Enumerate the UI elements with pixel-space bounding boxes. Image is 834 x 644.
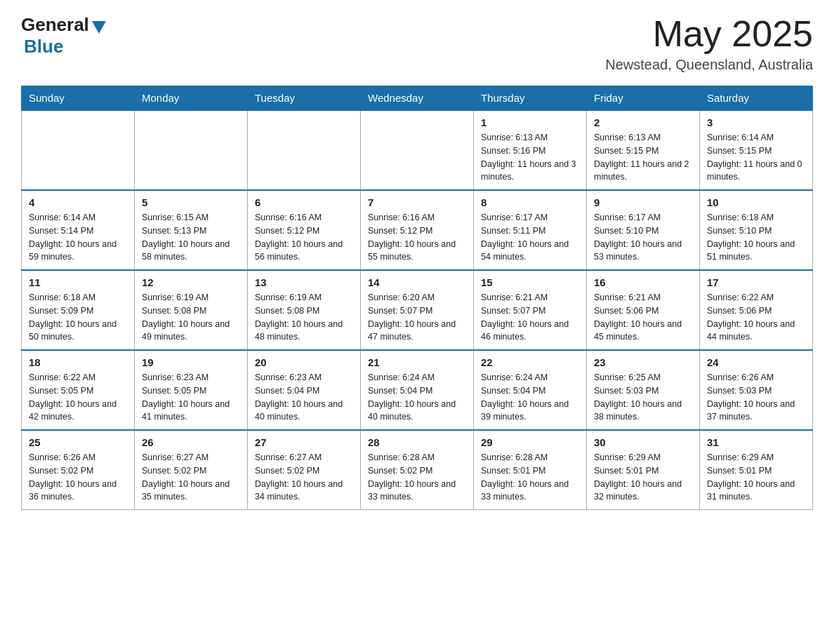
calendar-cell-4-3: 20Sunrise: 6:23 AM Sunset: 5:04 PM Dayli… [248, 350, 361, 430]
calendar-cell-5-1: 25Sunrise: 6:26 AM Sunset: 5:02 PM Dayli… [22, 430, 135, 510]
day-info: Sunrise: 6:20 AM Sunset: 5:07 PM Dayligh… [368, 291, 466, 344]
page-header: General Blue May 2025 Newstead, Queensla… [21, 14, 813, 73]
calendar-cell-2-1: 4Sunrise: 6:14 AM Sunset: 5:14 PM Daylig… [22, 190, 135, 270]
calendar-table: SundayMondayTuesdayWednesdayThursdayFrid… [21, 86, 813, 510]
calendar-cell-3-5: 15Sunrise: 6:21 AM Sunset: 5:07 PM Dayli… [474, 270, 587, 350]
calendar-cell-5-7: 31Sunrise: 6:29 AM Sunset: 5:01 PM Dayli… [700, 430, 813, 510]
calendar-cell-5-6: 30Sunrise: 6:29 AM Sunset: 5:01 PM Dayli… [587, 430, 700, 510]
day-info: Sunrise: 6:26 AM Sunset: 5:03 PM Dayligh… [707, 371, 805, 424]
day-info: Sunrise: 6:22 AM Sunset: 5:05 PM Dayligh… [29, 371, 127, 424]
calendar-cell-2-3: 6Sunrise: 6:16 AM Sunset: 5:12 PM Daylig… [248, 190, 361, 270]
calendar-cell-2-4: 7Sunrise: 6:16 AM Sunset: 5:12 PM Daylig… [361, 190, 474, 270]
calendar-cell-1-5: 1Sunrise: 6:13 AM Sunset: 5:16 PM Daylig… [474, 110, 587, 190]
day-number: 18 [29, 356, 127, 368]
location-subtitle: Newstead, Queensland, Australia [605, 57, 813, 73]
day-info: Sunrise: 6:17 AM Sunset: 5:11 PM Dayligh… [481, 211, 579, 264]
day-info: Sunrise: 6:26 AM Sunset: 5:02 PM Dayligh… [29, 451, 127, 504]
day-number: 2 [594, 116, 692, 128]
day-info: Sunrise: 6:13 AM Sunset: 5:15 PM Dayligh… [594, 131, 692, 184]
calendar-week-row-4: 18Sunrise: 6:22 AM Sunset: 5:05 PM Dayli… [22, 350, 813, 430]
day-info: Sunrise: 6:24 AM Sunset: 5:04 PM Dayligh… [481, 371, 579, 424]
month-title: May 2025 [605, 14, 813, 54]
calendar-header-monday: Monday [135, 86, 248, 111]
day-number: 14 [368, 276, 466, 288]
day-number: 7 [368, 196, 466, 208]
calendar-cell-5-4: 28Sunrise: 6:28 AM Sunset: 5:02 PM Dayli… [361, 430, 474, 510]
day-number: 26 [142, 436, 240, 448]
calendar-week-row-2: 4Sunrise: 6:14 AM Sunset: 5:14 PM Daylig… [22, 190, 813, 270]
day-info: Sunrise: 6:21 AM Sunset: 5:06 PM Dayligh… [594, 291, 692, 344]
calendar-cell-4-2: 19Sunrise: 6:23 AM Sunset: 5:05 PM Dayli… [135, 350, 248, 430]
day-number: 28 [368, 436, 466, 448]
day-number: 15 [481, 276, 579, 288]
logo-triangle-icon [92, 21, 106, 34]
day-number: 3 [707, 116, 805, 128]
day-info: Sunrise: 6:27 AM Sunset: 5:02 PM Dayligh… [142, 451, 240, 504]
day-info: Sunrise: 6:25 AM Sunset: 5:03 PM Dayligh… [594, 371, 692, 424]
calendar-cell-4-1: 18Sunrise: 6:22 AM Sunset: 5:05 PM Dayli… [22, 350, 135, 430]
calendar-header-saturday: Saturday [700, 86, 813, 111]
calendar-cell-5-2: 26Sunrise: 6:27 AM Sunset: 5:02 PM Dayli… [135, 430, 248, 510]
day-number: 22 [481, 356, 579, 368]
day-info: Sunrise: 6:24 AM Sunset: 5:04 PM Dayligh… [368, 371, 466, 424]
day-info: Sunrise: 6:29 AM Sunset: 5:01 PM Dayligh… [594, 451, 692, 504]
day-info: Sunrise: 6:15 AM Sunset: 5:13 PM Dayligh… [142, 211, 240, 264]
calendar-cell-2-6: 9Sunrise: 6:17 AM Sunset: 5:10 PM Daylig… [587, 190, 700, 270]
calendar-cell-3-7: 17Sunrise: 6:22 AM Sunset: 5:06 PM Dayli… [700, 270, 813, 350]
calendar-cell-3-2: 12Sunrise: 6:19 AM Sunset: 5:08 PM Dayli… [135, 270, 248, 350]
day-number: 31 [707, 436, 805, 448]
day-number: 6 [255, 196, 353, 208]
day-number: 29 [481, 436, 579, 448]
calendar-cell-3-3: 13Sunrise: 6:19 AM Sunset: 5:08 PM Dayli… [248, 270, 361, 350]
day-number: 20 [255, 356, 353, 368]
calendar-cell-3-4: 14Sunrise: 6:20 AM Sunset: 5:07 PM Dayli… [361, 270, 474, 350]
calendar-header-row: SundayMondayTuesdayWednesdayThursdayFrid… [22, 86, 813, 111]
day-info: Sunrise: 6:28 AM Sunset: 5:02 PM Dayligh… [368, 451, 466, 504]
calendar-header-wednesday: Wednesday [361, 86, 474, 111]
day-info: Sunrise: 6:19 AM Sunset: 5:08 PM Dayligh… [142, 291, 240, 344]
calendar-cell-1-4 [361, 110, 474, 190]
calendar-cell-4-7: 24Sunrise: 6:26 AM Sunset: 5:03 PM Dayli… [700, 350, 813, 430]
day-number: 9 [594, 196, 692, 208]
day-info: Sunrise: 6:14 AM Sunset: 5:15 PM Dayligh… [707, 131, 805, 184]
calendar-cell-3-6: 16Sunrise: 6:21 AM Sunset: 5:06 PM Dayli… [587, 270, 700, 350]
day-number: 30 [594, 436, 692, 448]
day-number: 16 [594, 276, 692, 288]
day-info: Sunrise: 6:18 AM Sunset: 5:09 PM Dayligh… [29, 291, 127, 344]
day-info: Sunrise: 6:22 AM Sunset: 5:06 PM Dayligh… [707, 291, 805, 344]
day-info: Sunrise: 6:23 AM Sunset: 5:04 PM Dayligh… [255, 371, 353, 424]
day-info: Sunrise: 6:27 AM Sunset: 5:02 PM Dayligh… [255, 451, 353, 504]
calendar-cell-1-6: 2Sunrise: 6:13 AM Sunset: 5:15 PM Daylig… [587, 110, 700, 190]
day-info: Sunrise: 6:17 AM Sunset: 5:10 PM Dayligh… [594, 211, 692, 264]
day-info: Sunrise: 6:13 AM Sunset: 5:16 PM Dayligh… [481, 131, 579, 184]
day-info: Sunrise: 6:23 AM Sunset: 5:05 PM Dayligh… [142, 371, 240, 424]
day-info: Sunrise: 6:28 AM Sunset: 5:01 PM Dayligh… [481, 451, 579, 504]
calendar-cell-3-1: 11Sunrise: 6:18 AM Sunset: 5:09 PM Dayli… [22, 270, 135, 350]
calendar-header-friday: Friday [587, 86, 700, 111]
calendar-header-tuesday: Tuesday [248, 86, 361, 111]
day-number: 24 [707, 356, 805, 368]
calendar-cell-1-7: 3Sunrise: 6:14 AM Sunset: 5:15 PM Daylig… [700, 110, 813, 190]
calendar-week-row-5: 25Sunrise: 6:26 AM Sunset: 5:02 PM Dayli… [22, 430, 813, 510]
day-number: 17 [707, 276, 805, 288]
day-number: 1 [481, 116, 579, 128]
calendar-header-sunday: Sunday [22, 86, 135, 111]
calendar-cell-4-6: 23Sunrise: 6:25 AM Sunset: 5:03 PM Dayli… [587, 350, 700, 430]
day-number: 19 [142, 356, 240, 368]
calendar-cell-5-5: 29Sunrise: 6:28 AM Sunset: 5:01 PM Dayli… [474, 430, 587, 510]
day-number: 21 [368, 356, 466, 368]
logo-general-text: General [21, 14, 89, 36]
day-info: Sunrise: 6:14 AM Sunset: 5:14 PM Dayligh… [29, 211, 127, 264]
title-block: May 2025 Newstead, Queensland, Australia [605, 14, 813, 73]
day-number: 13 [255, 276, 353, 288]
calendar-cell-2-2: 5Sunrise: 6:15 AM Sunset: 5:13 PM Daylig… [135, 190, 248, 270]
calendar-cell-1-2 [135, 110, 248, 190]
day-info: Sunrise: 6:16 AM Sunset: 5:12 PM Dayligh… [368, 211, 466, 264]
day-number: 8 [481, 196, 579, 208]
day-number: 5 [142, 196, 240, 208]
day-number: 23 [594, 356, 692, 368]
calendar-cell-2-7: 10Sunrise: 6:18 AM Sunset: 5:10 PM Dayli… [700, 190, 813, 270]
day-number: 10 [707, 196, 805, 208]
calendar-week-row-3: 11Sunrise: 6:18 AM Sunset: 5:09 PM Dayli… [22, 270, 813, 350]
calendar-week-row-1: 1Sunrise: 6:13 AM Sunset: 5:16 PM Daylig… [22, 110, 813, 190]
